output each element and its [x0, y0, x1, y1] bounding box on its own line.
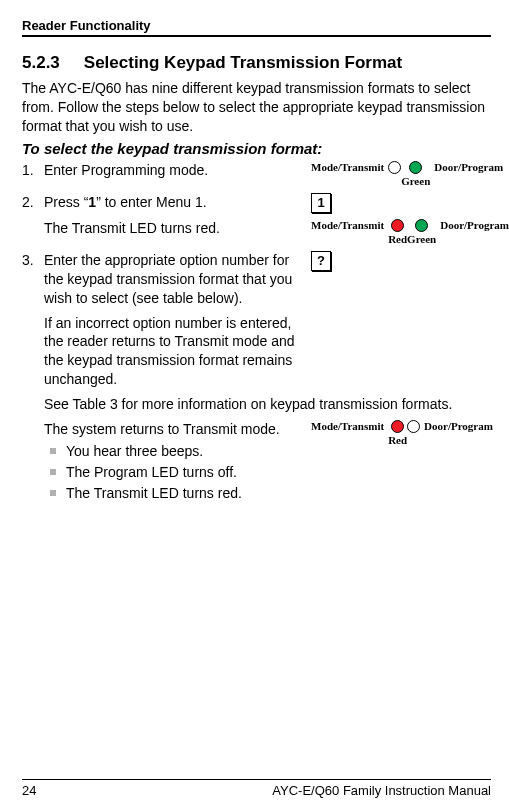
led-diagram: Mode/Transmit Green Door/Program	[311, 161, 491, 187]
door-program-label: Door/Program	[440, 219, 509, 231]
key-graphic: 1	[311, 193, 491, 213]
led-circle-icon	[391, 420, 404, 433]
keypad-key-icon: 1	[311, 193, 331, 213]
led-diagram: Mode/Transmit Red Green Door/Program	[311, 219, 491, 245]
step-subrow: The Transmit LED turns red. Mode/Transmi…	[22, 219, 491, 245]
step-text: Press “1” to enter Menu 1.	[44, 193, 311, 212]
keypad-key-icon: ?	[311, 251, 331, 271]
mode-transmit-label: Mode/Transmit	[311, 420, 384, 432]
mode-transmit-label: Mode/Transmit	[311, 161, 384, 173]
result-list: You hear three beeps. The Program LED tu…	[44, 441, 305, 504]
section-heading: 5.2.3Selecting Keypad Transmission Forma…	[22, 53, 491, 73]
step-continuation: If an incorrect option number is entered…	[22, 314, 491, 390]
led-circle-icon	[407, 420, 420, 433]
step-text: Enter the appropriate option number for …	[44, 251, 311, 308]
step-continuation: See Table 3 for more information on keyp…	[22, 395, 491, 414]
mode-transmit-label: Mode/Transmit	[311, 219, 384, 231]
step-row: 1. Enter Programming mode. Mode/Transmit…	[22, 161, 491, 187]
section-number: 5.2.3	[22, 53, 60, 73]
step-number: 2.	[22, 193, 44, 210]
bullet-icon	[50, 490, 56, 496]
list-item: The Program LED turns off.	[44, 462, 305, 483]
led-color-label: Green	[401, 175, 430, 187]
bullet-icon	[50, 448, 56, 454]
led-color-label: Red	[388, 233, 407, 245]
step-row: 3. Enter the appropriate option number f…	[22, 251, 491, 308]
led-circle-icon	[388, 161, 401, 174]
continuation-text: See Table 3 for more information on keyp…	[44, 395, 491, 414]
led-diagram: Mode/Transmit Red Door/Program	[311, 420, 491, 446]
step-number: 1.	[22, 161, 44, 178]
continuation-text: The system returns to Transmit mode. You…	[44, 420, 311, 504]
steps-list: 1. Enter Programming mode. Mode/Transmit…	[22, 161, 491, 510]
continuation-text: If an incorrect option number is entered…	[44, 314, 311, 390]
step-number: 3.	[22, 251, 44, 268]
door-program-label: Door/Program	[434, 161, 503, 173]
step-row: 2. Press “1” to enter Menu 1. 1	[22, 193, 491, 213]
bullet-icon	[50, 469, 56, 475]
led-color-label: Red	[388, 434, 407, 446]
procedure-heading: To select the keypad transmission format…	[22, 140, 491, 157]
manual-title: AYC-E/Q60 Family Instruction Manual	[272, 783, 491, 798]
led-circle-icon	[415, 219, 428, 232]
led-circle-icon	[409, 161, 422, 174]
step-text: Enter Programming mode.	[44, 161, 311, 180]
section-title: Selecting Keypad Transmission Format	[84, 53, 402, 72]
page-header: Reader Functionality	[22, 18, 491, 37]
led-color-label: Green	[407, 233, 436, 245]
step-continuation: The system returns to Transmit mode. You…	[22, 420, 491, 504]
list-item: You hear three beeps.	[44, 441, 305, 462]
step-subtext: The Transmit LED turns red.	[44, 219, 311, 238]
door-program-label: Door/Program	[424, 420, 493, 432]
intro-paragraph: The AYC-E/Q60 has nine different keypad …	[22, 79, 491, 136]
page-footer: 24 AYC-E/Q60 Family Instruction Manual	[22, 779, 491, 798]
led-circle-icon	[391, 219, 404, 232]
page-number: 24	[22, 783, 36, 798]
key-graphic: ?	[311, 251, 491, 271]
list-item: The Transmit LED turns red.	[44, 483, 305, 504]
